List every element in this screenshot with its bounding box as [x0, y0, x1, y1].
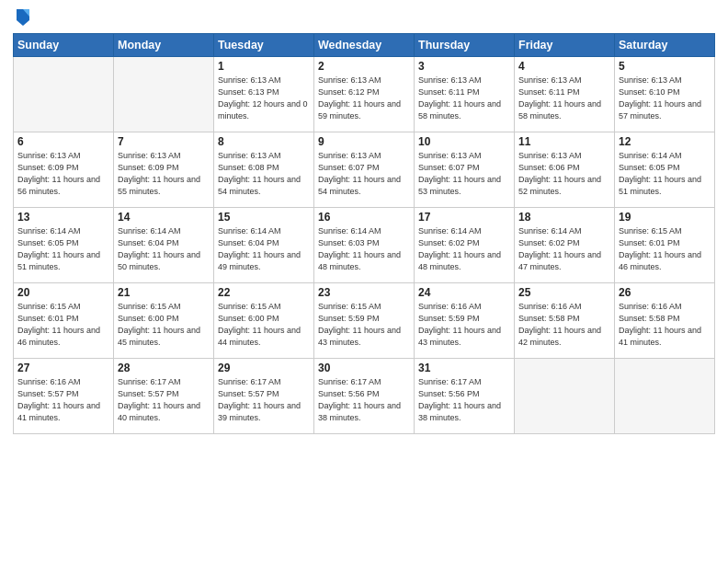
weekday-header: SundayMondayTuesdayWednesdayThursdayFrid… [14, 34, 715, 57]
weekday-saturday: Saturday [615, 34, 715, 57]
sunrise-label: Sunrise: [118, 226, 148, 236]
daylight-label: Daylight: [518, 99, 551, 109]
day-number: 19 [619, 211, 711, 224]
calendar-cell: 21Sunrise: 6:15 AMSunset: 6:00 PMDayligh… [114, 283, 214, 359]
daylight-label: Daylight: [118, 401, 150, 410]
sunset-label: Sunset: [418, 389, 447, 398]
week-row-2: 13Sunrise: 6:14 AMSunset: 6:05 PMDayligh… [14, 208, 715, 283]
sunrise-label: Sunrise: [218, 302, 248, 311]
sunrise-label: Sunrise: [418, 302, 449, 311]
day-info: Sunrise: 6:13 AMSunset: 6:07 PMDaylight:… [418, 150, 510, 198]
day-info: Sunrise: 6:14 AMSunset: 6:04 PMDaylight:… [218, 225, 310, 273]
sunrise-label: Sunrise: [418, 226, 449, 236]
day-number: 26 [619, 286, 711, 299]
day-number: 4 [518, 60, 610, 73]
weekday-friday: Friday [515, 34, 615, 57]
calendar-cell: 20Sunrise: 6:15 AMSunset: 6:01 PMDayligh… [14, 283, 114, 359]
daylight-label: Daylight: [619, 326, 651, 335]
sunset-label: Sunset: [218, 87, 246, 97]
sunrise-label: Sunrise: [418, 377, 449, 386]
day-number: 2 [318, 60, 410, 73]
day-info: Sunrise: 6:17 AMSunset: 5:56 PMDaylight:… [318, 376, 410, 424]
day-info: Sunrise: 6:15 AMSunset: 6:01 PMDaylight:… [619, 225, 711, 273]
day-info: Sunrise: 6:14 AMSunset: 6:05 PMDaylight:… [619, 150, 711, 198]
sunrise-label: Sunrise: [418, 75, 449, 85]
sunset-label: Sunset: [318, 238, 347, 247]
sunrise-label: Sunrise: [118, 377, 148, 386]
calendar-cell: 12Sunrise: 6:14 AMSunset: 6:05 PMDayligh… [615, 132, 715, 208]
day-info: Sunrise: 6:17 AMSunset: 5:57 PMDaylight:… [218, 376, 310, 424]
daylight-label: Daylight: [518, 250, 551, 259]
day-info: Sunrise: 6:15 AMSunset: 6:00 PMDaylight:… [218, 301, 310, 349]
sunset-label: Sunset: [118, 163, 146, 172]
calendar-cell: 30Sunrise: 6:17 AMSunset: 5:56 PMDayligh… [314, 359, 415, 434]
day-info: Sunrise: 6:17 AMSunset: 5:57 PMDaylight:… [118, 376, 210, 424]
calendar-cell [114, 57, 214, 132]
day-info: Sunrise: 6:15 AMSunset: 5:59 PMDaylight:… [318, 301, 410, 349]
sunrise-label: Sunrise: [518, 75, 549, 85]
sunset-label: Sunset: [17, 163, 46, 172]
week-row-4: 27Sunrise: 6:16 AMSunset: 5:57 PMDayligh… [14, 359, 715, 434]
daylight-label: Daylight: [17, 401, 50, 410]
day-number: 12 [619, 135, 711, 148]
daylight-label: Daylight: [17, 326, 50, 335]
day-number: 18 [518, 211, 610, 224]
day-info: Sunrise: 6:13 AMSunset: 6:07 PMDaylight:… [318, 150, 410, 198]
calendar-cell: 31Sunrise: 6:17 AMSunset: 5:56 PMDayligh… [415, 359, 515, 434]
sunset-label: Sunset: [118, 238, 146, 247]
sunrise-label: Sunrise: [619, 151, 649, 160]
sunrise-label: Sunrise: [17, 302, 48, 311]
sunset-label: Sunset: [218, 238, 246, 247]
day-number: 5 [619, 60, 711, 73]
sunrise-label: Sunrise: [218, 75, 248, 85]
sunrise-label: Sunrise: [318, 75, 348, 85]
sunset-label: Sunset: [418, 87, 447, 97]
logo [13, 9, 31, 28]
day-number: 20 [17, 286, 109, 299]
logo-icon [15, 7, 31, 28]
calendar-cell: 6Sunrise: 6:13 AMSunset: 6:09 PMDaylight… [14, 132, 114, 208]
sunrise-label: Sunrise: [518, 151, 549, 160]
day-number: 6 [17, 135, 109, 148]
daylight-label: Daylight: [118, 326, 150, 335]
weekday-sunday: Sunday [14, 34, 114, 57]
week-row-3: 20Sunrise: 6:15 AMSunset: 6:01 PMDayligh… [14, 283, 715, 359]
calendar-cell: 4Sunrise: 6:13 AMSunset: 6:11 PMDaylight… [515, 57, 615, 132]
day-number: 23 [318, 286, 410, 299]
day-number: 8 [218, 135, 310, 148]
day-info: Sunrise: 6:13 AMSunset: 6:09 PMDaylight:… [118, 150, 210, 198]
calendar-cell: 8Sunrise: 6:13 AMSunset: 6:08 PMDaylight… [214, 132, 314, 208]
day-number: 13 [17, 211, 109, 224]
calendar-cell: 1Sunrise: 6:13 AMSunset: 6:13 PMDaylight… [214, 57, 314, 132]
daylight-label: Daylight: [418, 250, 450, 259]
sunrise-label: Sunrise: [118, 302, 148, 311]
day-number: 28 [118, 362, 210, 374]
day-number: 11 [518, 135, 610, 148]
calendar-cell: 29Sunrise: 6:17 AMSunset: 5:57 PMDayligh… [214, 359, 314, 434]
daylight-label: Daylight: [619, 175, 651, 184]
sunrise-label: Sunrise: [318, 151, 348, 160]
day-number: 9 [318, 135, 410, 148]
weekday-tuesday: Tuesday [214, 34, 314, 57]
sunset-label: Sunset: [318, 389, 347, 398]
weekday-monday: Monday [114, 34, 214, 57]
weekday-thursday: Thursday [415, 34, 515, 57]
day-info: Sunrise: 6:16 AMSunset: 5:58 PMDaylight:… [518, 301, 610, 349]
day-number: 25 [518, 286, 610, 299]
day-info: Sunrise: 6:13 AMSunset: 6:12 PMDaylight:… [318, 75, 410, 122]
day-info: Sunrise: 6:16 AMSunset: 5:57 PMDaylight:… [17, 376, 109, 424]
sunset-label: Sunset: [418, 163, 447, 172]
day-number: 14 [118, 211, 210, 224]
daylight-label: Daylight: [418, 401, 450, 410]
daylight-label: Daylight: [518, 175, 551, 184]
sunset-label: Sunset: [118, 389, 146, 398]
day-number: 3 [418, 60, 510, 73]
sunset-label: Sunset: [518, 163, 547, 172]
daylight-label: Daylight: [318, 99, 350, 109]
sunrise-label: Sunrise: [518, 302, 549, 311]
daylight-label: Daylight: [218, 175, 250, 184]
sunrise-label: Sunrise: [619, 75, 649, 85]
daylight-label: Daylight: [518, 326, 551, 335]
day-number: 30 [318, 362, 410, 374]
calendar-cell: 26Sunrise: 6:16 AMSunset: 5:58 PMDayligh… [615, 283, 715, 359]
